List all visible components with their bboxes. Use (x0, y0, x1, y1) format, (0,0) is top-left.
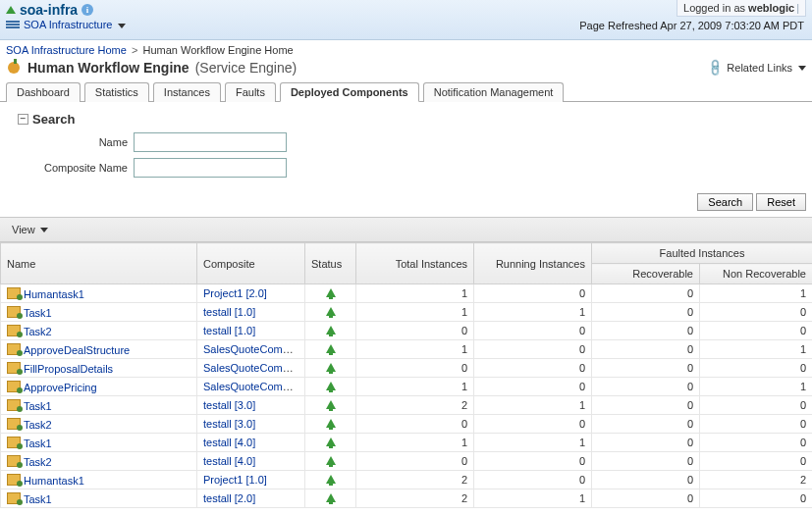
running-instances-cell: 0 (474, 471, 592, 489)
col-recoverable[interactable]: Recoverable (592, 264, 700, 284)
component-name-link[interactable]: ApproveDealStructure (24, 344, 130, 356)
running-instances-cell: 0 (474, 359, 592, 378)
refresh-time: Apr 27, 2009 7:03:20 AM PDT (660, 20, 804, 31)
component-name-link[interactable]: Task1 (24, 493, 52, 505)
infrastructure-icon (6, 21, 20, 28)
tab-dashboard[interactable]: Dashboard (6, 82, 81, 102)
col-status[interactable]: Status (305, 243, 356, 284)
link-icon: 🔗 (706, 58, 727, 78)
tab-faults[interactable]: Faults (225, 82, 276, 102)
table-row: Task2testall [3.0]0000 (1, 415, 813, 434)
running-instances-cell: 1 (474, 489, 592, 508)
collapse-icon[interactable]: − (18, 114, 28, 125)
tab-notification-management[interactable]: Notification Management (423, 82, 565, 102)
composite-link[interactable]: testall [1.0] (203, 306, 255, 318)
breadcrumb-current: Human Workflow Engine Home (142, 44, 293, 56)
recoverable-cell: 0 (592, 489, 700, 508)
component-icon (7, 437, 21, 448)
infrastructure-menu[interactable]: SOA Infrastructure (24, 19, 126, 30)
table-row: Humantask1Project1 [1.0]2002 (1, 471, 813, 489)
composite-link[interactable]: Project1 [2.0] (203, 287, 267, 299)
status-up-icon (326, 363, 336, 372)
status-up-icon (326, 344, 336, 353)
component-name-link[interactable]: Task1 (24, 307, 52, 319)
page-refreshed: Page Refreshed Apr 27, 2009 7:03:20 AM P… (579, 20, 804, 31)
composite-name-input[interactable] (134, 158, 287, 178)
col-faulted-instances[interactable]: Faulted Instances (592, 243, 813, 264)
table-row: Task1testall [4.0]1100 (1, 434, 813, 452)
top-bar: soa-infra i SOA Infrastructure Logged in… (0, 0, 812, 40)
reset-button[interactable]: Reset (756, 193, 806, 211)
recoverable-cell: 0 (592, 340, 700, 359)
composite-link[interactable]: testall [2.0] (203, 492, 255, 504)
search-buttons: Search Reset (0, 183, 812, 217)
component-name-link[interactable]: Task1 (24, 438, 52, 449)
composite-name-label: Composite Name (18, 162, 134, 174)
login-status: Logged in as weblogic| (677, 0, 806, 17)
component-name-link[interactable]: Humantask1 (24, 475, 84, 487)
component-name-link[interactable]: Humantask1 (24, 288, 84, 300)
status-up-icon (326, 438, 336, 446)
view-menu[interactable]: View (12, 224, 48, 235)
component-name-link[interactable]: ApprovePricing (24, 382, 97, 393)
search-button[interactable]: Search (697, 193, 753, 211)
status-up-icon (326, 400, 336, 409)
component-icon (7, 381, 21, 392)
col-name[interactable]: Name (1, 243, 197, 284)
status-up-icon (326, 307, 336, 316)
composite-link[interactable]: testall [4.0] (203, 455, 255, 467)
component-name-link[interactable]: Task2 (24, 326, 52, 337)
component-name-link[interactable]: Task1 (24, 400, 52, 412)
composite-link[interactable]: Project1 [1.0] (203, 474, 267, 486)
app-title-text: soa-infra (20, 2, 78, 18)
total-instances-cell: 1 (356, 340, 474, 359)
breadcrumb-separator: > (130, 44, 139, 56)
components-table: Name Composite Status Total Instances Ru… (0, 242, 812, 508)
component-name-link[interactable]: Task2 (24, 419, 52, 431)
non-recoverable-cell: 0 (700, 396, 813, 415)
recoverable-cell: 0 (592, 322, 700, 340)
composite-link[interactable]: SalesQuoteComposit (203, 362, 305, 374)
status-up-icon (326, 456, 336, 465)
tabs: Dashboard Statistics Instances Faults De… (0, 81, 812, 102)
tab-deployed-components[interactable]: Deployed Components (280, 82, 419, 102)
table-row: ApproveDealStructureSalesQuoteComposit10… (1, 340, 813, 359)
recoverable-cell: 0 (592, 378, 700, 396)
chevron-down-icon (118, 24, 126, 28)
col-total-instances[interactable]: Total Instances (356, 243, 474, 284)
component-icon (7, 362, 21, 374)
non-recoverable-cell: 0 (700, 434, 813, 452)
table-row: Task2testall [4.0]0000 (1, 452, 813, 471)
non-recoverable-cell: 0 (700, 415, 813, 434)
component-name-link[interactable]: Task2 (24, 456, 52, 468)
running-instances-cell: 1 (474, 396, 592, 415)
component-icon (7, 325, 21, 336)
info-icon[interactable]: i (81, 4, 93, 16)
composite-link[interactable]: SalesQuoteComposit (203, 343, 305, 355)
related-links-menu[interactable]: 🔗 Related Links (708, 61, 806, 75)
col-non-recoverable[interactable]: Non Recoverable (700, 264, 813, 284)
status-up-icon (326, 419, 336, 428)
component-name-link[interactable]: FillProposalDetails (24, 363, 113, 375)
table-toolbar: View (0, 217, 812, 242)
table-row: Task2testall [1.0]0000 (1, 322, 813, 340)
total-instances-cell: 2 (356, 396, 474, 415)
col-running-instances[interactable]: Running Instances (474, 243, 592, 284)
recoverable-cell: 0 (592, 415, 700, 434)
tab-instances[interactable]: Instances (153, 82, 221, 102)
tab-statistics[interactable]: Statistics (84, 82, 149, 102)
composite-link[interactable]: testall [1.0] (203, 325, 255, 336)
name-input[interactable] (134, 132, 287, 152)
workflow-engine-icon (6, 60, 22, 76)
recoverable-cell: 0 (592, 396, 700, 415)
composite-link[interactable]: testall [3.0] (203, 418, 255, 430)
status-up-icon (326, 475, 336, 484)
status-up-icon (326, 288, 336, 297)
running-instances-cell: 0 (474, 340, 592, 359)
running-instances-cell: 0 (474, 452, 592, 471)
col-composite[interactable]: Composite (197, 243, 305, 284)
composite-link[interactable]: testall [4.0] (203, 437, 255, 448)
composite-link[interactable]: SalesQuoteComposit (203, 381, 305, 392)
composite-link[interactable]: testall [3.0] (203, 399, 255, 411)
breadcrumb-root[interactable]: SOA Infrastructure Home (6, 44, 127, 56)
